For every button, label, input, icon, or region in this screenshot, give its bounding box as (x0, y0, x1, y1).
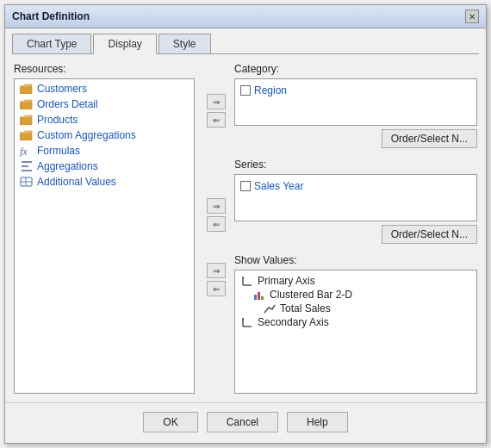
dialog-title: Chart Definition (12, 10, 90, 22)
folder-icon-custom-agg (20, 129, 34, 141)
sv-primary-axis: Primary Axis (239, 274, 473, 288)
folder-icon-customers (20, 83, 34, 95)
sv-secondary-axis: Secondary Axis (239, 315, 473, 329)
folder-icon-products (20, 114, 34, 126)
category-item-region-label: Region (254, 84, 287, 96)
show-values-box[interactable]: Primary Axis Clustered Ba (234, 270, 477, 394)
category-box[interactable]: Region (234, 78, 477, 126)
primary-axis-icon (240, 275, 254, 287)
sv-clustered-bar-label: Clustered Bar 2-D (270, 289, 352, 301)
svg-rect-1 (20, 102, 32, 109)
tabs-bar: Chart Type Display Style (5, 28, 486, 53)
list-item-products[interactable]: Products (16, 112, 192, 128)
category-add-arrow[interactable]: ⇒ (207, 94, 226, 109)
showval-add-arrow[interactable]: ⇒ (207, 263, 226, 278)
series-order-button[interactable]: Order/Select N... (382, 225, 477, 244)
right-panel: Category: Region Order/Select N... Serie… (229, 63, 477, 394)
svg-rect-0 (20, 86, 32, 94)
list-item-customers[interactable]: Customers (16, 81, 192, 96)
list-item-products-label: Products (37, 114, 78, 126)
additional-values-icon (20, 176, 34, 188)
showval-remove-arrow[interactable]: ⇐ (207, 281, 226, 296)
series-item-sales-year-label: Sales Year (254, 180, 303, 192)
category-order-button[interactable]: Order/Select N... (382, 129, 477, 148)
svg-rect-3 (20, 133, 32, 140)
list-item-formulas[interactable]: fx Formulas (16, 143, 192, 159)
sv-clustered-bar: Clustered Bar 2-D (239, 288, 473, 302)
series-remove-arrow[interactable]: ⇐ (207, 216, 226, 232)
list-item-customers-label: Customers (37, 83, 87, 95)
series-add-arrow[interactable]: ⇒ (207, 198, 226, 214)
fx-icon: fx (20, 145, 34, 157)
resources-label: Resources: (14, 63, 195, 75)
svg-rect-14 (258, 292, 260, 300)
svg-rect-13 (254, 295, 257, 300)
total-sales-icon (263, 302, 277, 314)
resources-list[interactable]: Customers Orders Detail Products (14, 78, 195, 394)
list-item-aggregations-label: Aggregations (37, 160, 98, 172)
tab-chart-type[interactable]: Chart Type (12, 34, 91, 53)
list-item-orders-detail[interactable]: Orders Detail (16, 96, 192, 112)
region-checkbox[interactable] (240, 85, 251, 96)
clustered-bar-icon (252, 289, 266, 301)
content-area: Resources: Customers Orders Detail (5, 54, 486, 402)
category-section: Category: Region Order/Select N... (234, 63, 477, 148)
close-button[interactable]: ✕ (465, 9, 479, 23)
secondary-axis-icon (240, 316, 254, 328)
sv-secondary-axis-label: Secondary Axis (258, 316, 329, 328)
series-label: Series: (234, 159, 477, 171)
series-item-sales-year[interactable]: Sales Year (239, 178, 473, 194)
sales-year-checkbox[interactable] (240, 181, 251, 191)
category-item-region[interactable]: Region (239, 83, 473, 98)
svg-rect-2 (20, 117, 32, 125)
list-item-custom-agg-label: Custom Aggregations (37, 129, 136, 141)
list-item-additional-values[interactable]: Additional Values (16, 174, 192, 190)
tab-display[interactable]: Display (93, 34, 156, 54)
dialog-footer: OK Cancel Help (5, 402, 486, 443)
sv-primary-axis-label: Primary Axis (258, 275, 315, 287)
left-panel: Resources: Customers Orders Detail (14, 63, 195, 394)
agg-icon (20, 160, 34, 172)
series-section: Series: Sales Year Order/Select N... (234, 159, 477, 244)
tab-style[interactable]: Style (158, 34, 211, 53)
sv-total-sales-label: Total Sales (280, 302, 331, 314)
folder-icon-orders (20, 98, 34, 110)
category-label: Category: (234, 63, 477, 75)
title-bar: Chart Definition ✕ (5, 5, 486, 28)
list-item-aggregations[interactable]: Aggregations (16, 159, 192, 174)
sv-total-sales: Total Sales (239, 302, 473, 315)
ok-button[interactable]: OK (143, 412, 197, 432)
list-item-custom-agg[interactable]: Custom Aggregations (16, 128, 192, 143)
cancel-button[interactable]: Cancel (207, 412, 278, 432)
help-button[interactable]: Help (287, 412, 348, 432)
svg-rect-15 (261, 296, 264, 300)
svg-text:fx: fx (20, 146, 28, 157)
list-item-orders-label: Orders Detail (37, 98, 98, 110)
show-values-section: Show Values: Primary Axis (234, 254, 477, 394)
category-remove-arrow[interactable]: ⇐ (207, 112, 226, 128)
list-item-formulas-label: Formulas (37, 145, 80, 157)
list-item-additional-values-label: Additional Values (37, 176, 116, 188)
show-values-label: Show Values: (234, 254, 477, 266)
series-box[interactable]: Sales Year (234, 174, 477, 221)
chart-definition-dialog: Chart Definition ✕ Chart Type Display St… (4, 4, 487, 444)
